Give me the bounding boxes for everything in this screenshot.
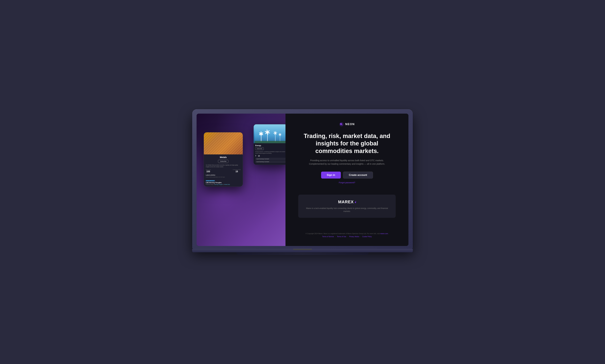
cta-buttons: Sign in Create account [321, 172, 373, 179]
marex-logo: MAREX [306, 199, 388, 204]
energy-contributors-stat: 12 [258, 155, 260, 157]
footer-dot-2: • [347, 236, 348, 237]
energy-stats: 7 12 [255, 155, 286, 157]
main-heading: Trading, risk, market data, and insights… [298, 132, 396, 155]
marex-description: Marex is a tech-enabled liquidity hub co… [306, 207, 388, 213]
energy-article-title-1: n and Summary Comment [256, 158, 285, 159]
energy-description: Energy research, combining quantitative … [255, 151, 286, 154]
laptop-base [192, 249, 413, 252]
laptop-hinge [293, 249, 312, 250]
energy-article-item-2: n and Summary Comment [255, 161, 286, 163]
energy-article-item-1: n and Summary Comment [255, 158, 286, 160]
brand-name: NEON [345, 123, 355, 126]
lme-title: LME Morning Thoughts [206, 182, 241, 183]
privacy-notice-link[interactable]: Privacy Notice [349, 236, 359, 237]
forgot-password-link[interactable]: Forgot password? [339, 181, 355, 184]
phone-back-energy: Energy Subscribe Energy research, combin… [253, 124, 286, 165]
metals-description: Our Metals Desk provides execution, liqu… [206, 164, 241, 168]
metals-contributors-stat: Contributors 15 [233, 169, 241, 173]
copyright-static: © Copyright 2024 Marex. Neon is a regist… [305, 233, 380, 234]
phone-front-content: Metals Subscribe Our Metals Desk provide… [204, 155, 243, 187]
metals-contributors-count: 15 [233, 170, 241, 173]
terms-of-use-link[interactable]: Terms of Use [337, 236, 346, 237]
lme-meta: Published today in Morning Thoughts by M… [206, 184, 241, 185]
phone-front-metals: Metals Subscribe Our Metals Desk provide… [204, 132, 243, 187]
right-panel: NEON Trading, risk, market data, and ins… [286, 114, 408, 246]
metals-title: Metals [206, 156, 241, 158]
marex-card: MAREX Marex is a tech-enabled liquidity … [298, 195, 396, 218]
marex-link[interactable]: marex.com. [380, 233, 388, 234]
energy-title: Energy [255, 144, 286, 146]
cookie-policy-link[interactable]: Cookie Policy [362, 236, 372, 237]
latest-articles-sub: A list of all the publications for this … [206, 177, 241, 178]
phone-back-content: Energy Subscribe Energy research, combin… [254, 143, 286, 165]
footer: © Copyright 2024 Marex. Neon is a regist… [298, 233, 396, 237]
laptop-body: Energy Subscribe Energy research, combin… [192, 109, 413, 249]
metals-image [204, 132, 243, 155]
metals-pattern [204, 132, 243, 155]
metals-stats: Articles 153 Contributors 15 [206, 169, 241, 173]
marex-triangle-icon [355, 201, 356, 203]
laptop-container: Energy Subscribe Energy research, combin… [192, 109, 413, 255]
screen-content: Energy Subscribe Energy research, combin… [197, 114, 408, 246]
footer-dot-3: • [360, 236, 361, 237]
neon-logo: NEON [339, 122, 355, 127]
marex-brand-name: MAREX [338, 199, 354, 204]
svg-rect-17 [255, 141, 286, 143]
signin-button[interactable]: Sign in [321, 172, 341, 179]
neon-icon [339, 122, 344, 127]
metals-articles-count: 153 [206, 170, 211, 173]
laptop-screen: Energy Subscribe Energy research, combin… [197, 114, 408, 246]
metals-articles-stat: Articles 153 [206, 169, 211, 173]
metals-subscribe-button[interactable]: Subscribe [218, 160, 228, 163]
terms-of-service-link[interactable]: Terms of Service [322, 236, 334, 237]
create-account-button[interactable]: Create account [343, 172, 373, 179]
left-panel: Energy Subscribe Energy research, combin… [197, 114, 286, 246]
laptop-stand [236, 252, 369, 255]
sub-text: Providing access to unrivalled liquidity… [303, 159, 391, 166]
footer-dot-1: • [335, 236, 336, 237]
footer-links: Terms of Service • Terms of Use • Privac… [298, 236, 396, 237]
base-metals-badge: BASE METALS [206, 180, 215, 181]
energy-image [254, 124, 286, 143]
energy-subscribe-button[interactable]: Subscribe [255, 147, 264, 150]
energy-article-title-2: n and Summary Comment [256, 161, 285, 162]
svg-point-21 [341, 124, 342, 125]
right-top: NEON Trading, risk, market data, and ins… [298, 122, 396, 184]
copyright-text: © Copyright 2024 Marex. Neon is a regist… [298, 233, 396, 235]
latest-articles-title: Latest articles [206, 174, 241, 176]
energy-contributors-count: 12 [258, 155, 260, 157]
energy-articles-count: 7 [255, 155, 256, 157]
energy-articles-stat: 7 [255, 155, 256, 157]
